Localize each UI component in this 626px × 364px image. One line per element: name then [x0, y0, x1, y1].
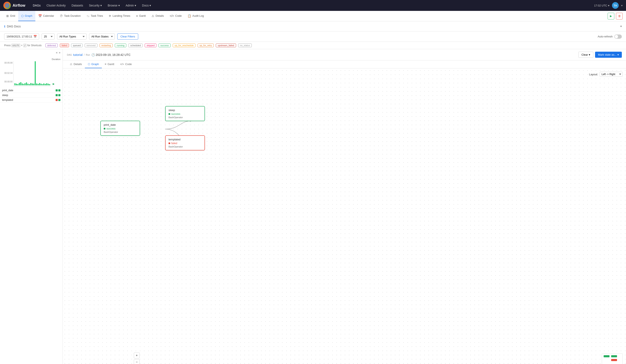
dot-success	[58, 89, 60, 91]
expand-right-button[interactable]: »	[59, 51, 60, 54]
chart-bar[interactable]	[16, 84, 17, 85]
avatar[interactable]: TA	[612, 2, 619, 9]
nav-time[interactable]: 17:02 UTC ▾	[594, 4, 610, 7]
chart-bar[interactable]	[40, 84, 41, 85]
clear-filters-button[interactable]: Clear Filters	[117, 34, 138, 40]
run-types-select[interactable]: All Run Types Manual Scheduled Dataset-t…	[57, 34, 86, 40]
chart-bar[interactable]	[46, 83, 47, 85]
chart-bar[interactable]	[23, 84, 24, 85]
clear-button[interactable]: Clear ▾	[578, 52, 593, 58]
nav-item-admin[interactable]: Admin ▾	[123, 2, 139, 9]
badge-queued[interactable]: queued	[71, 43, 82, 47]
zoom-out-button[interactable]: −	[134, 359, 140, 364]
chart-bar-active[interactable]	[35, 61, 36, 85]
app-logo[interactable]: 🌀 Airflow	[3, 2, 25, 9]
delete-button[interactable]: 🗑	[616, 13, 623, 19]
task-node-print-date[interactable]: print_date success BashOperator	[100, 121, 140, 136]
task-row-sleep[interactable]: sleep	[0, 93, 63, 98]
badge-success[interactable]: success	[158, 43, 171, 47]
chart-bar[interactable]	[30, 83, 31, 85]
auto-refresh-toggle[interactable]	[614, 35, 622, 39]
chart-bar[interactable]	[48, 84, 49, 85]
status-badges-bar: Press shift + / for Shortcuts deferred f…	[0, 42, 626, 49]
layout-select[interactable]: Left -> Right Top -> Bottom	[600, 72, 623, 77]
badge-running[interactable]: running	[115, 43, 126, 47]
chevron-down-icon: ▾	[150, 4, 151, 7]
badge-failed[interactable]: failed	[60, 43, 69, 47]
tab-audit-log[interactable]: 📋 Audit Log	[185, 11, 207, 21]
play-button[interactable]: ▶	[52, 82, 55, 85]
mark-state-button[interactable]: Mark state as... ▾	[595, 52, 622, 58]
badge-up-for-retry[interactable]: up_for_retry	[197, 43, 214, 47]
run-count-select[interactable]: 25 50 100	[41, 34, 55, 40]
task-node-templated[interactable]: templated failed BashOperator	[165, 135, 205, 150]
tab-gantt[interactable]: ≡ Gantt	[133, 11, 149, 21]
badge-restarting[interactable]: restarting	[100, 43, 113, 47]
chart-bar[interactable]	[26, 82, 27, 85]
chart-bar[interactable]	[38, 84, 39, 85]
sub-tab-gantt[interactable]: ≡ Gantt	[102, 60, 117, 68]
badge-skipped[interactable]: skipped	[145, 43, 156, 47]
nav-item-browse[interactable]: Browse ▾	[105, 2, 122, 9]
task-row-print-date[interactable]: print_date	[0, 88, 63, 93]
dag-docs-section[interactable]: ℹ DAG Docs ▾	[0, 21, 626, 31]
task-node-sleep[interactable]: sleep success BashOperator	[165, 106, 205, 121]
chart-bar[interactable]	[32, 83, 33, 85]
chart-bar[interactable]	[17, 84, 18, 85]
task-dots	[56, 89, 60, 91]
nav-item-datasets[interactable]: Datasets	[69, 2, 85, 9]
chart-bar[interactable]	[43, 83, 44, 85]
chart-bar[interactable]	[20, 82, 21, 85]
badge-deferred[interactable]: deferred	[45, 43, 58, 47]
dag-name[interactable]: tutorial	[73, 53, 82, 56]
sub-tab-graph[interactable]: ⬡ Graph	[85, 60, 102, 68]
calendar-icon: 📅	[38, 14, 42, 18]
tab-landing-times[interactable]: ✈ Landing Times	[106, 11, 133, 21]
chart-bar[interactable]	[49, 84, 50, 85]
tab-task-duration[interactable]: ⏱ Task Duration	[57, 11, 83, 21]
date-filter[interactable]: 19/09/2023, 17:00:11 📅	[4, 34, 39, 40]
chevron-down-icon[interactable]: ▾	[621, 4, 623, 7]
badge-up-for-reschedule[interactable]: up_for_reschedule	[173, 43, 196, 47]
chart-bar[interactable]	[27, 84, 28, 85]
badge-upstream-failed[interactable]: upstream_failed	[216, 43, 236, 47]
tab-code[interactable]: </> Code	[167, 11, 185, 21]
grid-icon: ⊞	[6, 14, 9, 18]
nav-item-cluster-activity[interactable]: Cluster Activity	[44, 2, 68, 9]
tabs-bar: ⊞ Grid ⬡ Graph 📅 Calendar ⏱ Task Duratio…	[0, 11, 626, 21]
badge-no-status[interactable]: no_status	[238, 43, 252, 47]
left-panel-header: « »	[0, 49, 63, 56]
nav-item-security[interactable]: Security ▾	[86, 2, 104, 9]
chart-bar[interactable]	[39, 83, 40, 85]
zoom-in-button[interactable]: +	[134, 353, 140, 358]
collapse-left-button[interactable]: «	[56, 51, 57, 54]
chart-bar[interactable]	[19, 83, 20, 85]
badge-scheduled[interactable]: scheduled	[128, 43, 143, 47]
chart-bar[interactable]	[36, 83, 37, 85]
chart-bar[interactable]	[14, 83, 15, 85]
chart-bar[interactable]	[22, 83, 23, 85]
run-button[interactable]: ▶	[608, 13, 614, 19]
sub-tab-code[interactable]: </> Code	[117, 60, 135, 68]
calendar-icon: 📅	[34, 35, 37, 38]
task-status: success	[104, 127, 137, 130]
tab-details[interactable]: ⚠ Details	[149, 11, 167, 21]
tab-graph[interactable]: ⬡ Graph	[18, 11, 35, 21]
nav-item-dags[interactable]: DAGs	[30, 2, 43, 9]
sub-tab-details[interactable]: ⚠ Details	[67, 60, 85, 68]
landing-icon: ✈	[109, 14, 111, 18]
chart-bar[interactable]	[33, 84, 34, 85]
tab-calendar[interactable]: 📅 Calendar	[35, 11, 57, 21]
badge-removed[interactable]: removed	[85, 43, 97, 47]
tab-grid[interactable]: ⊞ Grid	[3, 11, 18, 21]
nav-item-docs[interactable]: Docs ▾	[139, 2, 154, 9]
task-row-templated[interactable]: templated	[0, 98, 63, 103]
mini-map-bar-red	[611, 359, 617, 361]
chevron-down-icon: ▾	[617, 53, 619, 56]
chart-bar[interactable]	[24, 83, 26, 85]
chart-bar[interactable]	[29, 84, 30, 85]
chart-bar[interactable]	[45, 84, 46, 85]
run-states-select[interactable]: All Run States Failed Running Success Qu…	[89, 34, 115, 40]
chart-bar[interactable]	[42, 84, 43, 85]
tab-task-tries[interactable]: ↑↓ Task Tries	[84, 11, 106, 21]
